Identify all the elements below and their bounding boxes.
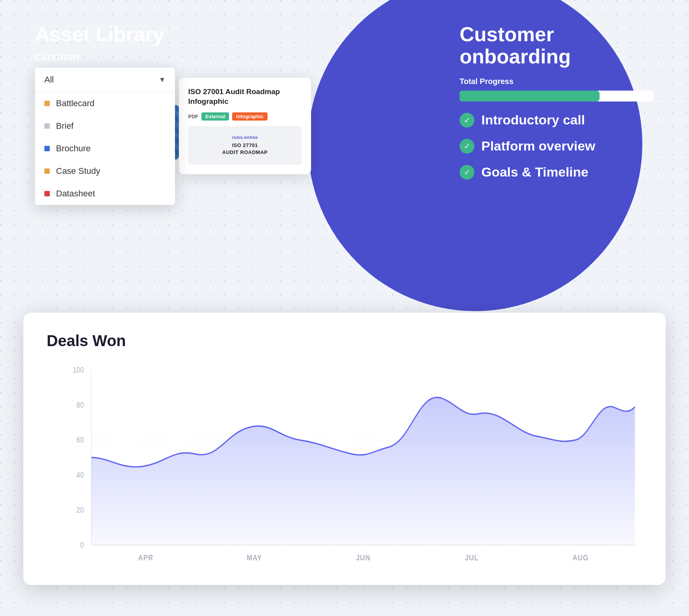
brief-label: Brief <box>56 121 73 131</box>
tag-external: External <box>201 112 229 121</box>
svg-text:JUN: JUN <box>356 553 370 562</box>
introductory-call-label: Introductory call <box>481 112 585 128</box>
svg-text:60: 60 <box>77 436 84 444</box>
iso-card-tags: PDF External Infographic <box>188 112 302 121</box>
deals-won-panel: Deals Won 100 80 60 40 <box>23 313 666 585</box>
svg-text:0: 0 <box>80 541 84 550</box>
check-icon-goals: ✓ <box>460 165 474 180</box>
onboarding-item-introductory: ✓ Introductory call <box>460 112 654 128</box>
goals-timeline-label: Goals & Timeline <box>481 164 588 180</box>
dropdown-item-brochure[interactable]: Brochure <box>35 137 175 160</box>
asset-library-panel: Asset Library CATEGORY All ▼ Battlecard … <box>35 23 175 205</box>
iso-card-preview: isms.online ISO 27701AUDIT ROADMAP <box>188 126 302 165</box>
progress-bar-fill <box>460 91 600 102</box>
battlecard-dot <box>44 101 50 106</box>
svg-text:AUG: AUG <box>572 553 588 562</box>
deals-won-title: Deals Won <box>47 332 642 350</box>
svg-text:80: 80 <box>77 401 84 410</box>
svg-text:40: 40 <box>77 471 84 480</box>
dropdown-item-case-study[interactable]: Case Study <box>35 160 175 182</box>
deals-won-chart: 100 80 60 40 20 0 APR MAY JUN JUL AUG <box>47 361 642 571</box>
case-study-dot <box>44 168 50 174</box>
brochure-label: Brochure <box>56 144 91 154</box>
dropdown-item-datasheet[interactable]: Datasheet <box>35 182 175 205</box>
chart-svg: 100 80 60 40 20 0 APR MAY JUN JUL AUG <box>47 361 642 571</box>
chevron-down-icon: ▼ <box>159 76 166 84</box>
svg-text:20: 20 <box>77 506 84 514</box>
check-icon-platform: ✓ <box>460 139 474 154</box>
iso-audit-card: ISO 27001 Audit Roadmap Infographic PDF … <box>179 78 311 174</box>
datasheet-label: Datasheet <box>56 189 95 199</box>
chart-area-fill <box>91 397 635 545</box>
svg-text:APR: APR <box>138 553 153 562</box>
tag-infographic: Infographic <box>232 112 268 121</box>
category-label: CATEGORY <box>35 53 175 62</box>
iso-logo-text: isms.online <box>232 135 258 140</box>
dropdown-item-battlecard[interactable]: Battlecard <box>35 92 175 115</box>
dropdown-item-brief[interactable]: Brief <box>35 115 175 137</box>
onboarding-title: Customer onboarding <box>460 23 654 68</box>
svg-text:MAY: MAY <box>247 553 262 562</box>
progress-label: Total Progress <box>460 77 654 86</box>
customer-onboarding-panel: Customer onboarding Total Progress ✓ Int… <box>460 23 654 191</box>
tag-pdf: PDF <box>188 114 198 119</box>
dropdown-selected-value: All <box>44 75 54 85</box>
iso-card-title: ISO 27001 Audit Roadmap Infographic <box>188 87 302 106</box>
iso-preview-text: ISO 27701AUDIT ROADMAP <box>222 142 268 156</box>
brief-dot <box>44 123 50 129</box>
svg-text:JUL: JUL <box>465 553 479 562</box>
datasheet-dot <box>44 191 50 196</box>
dropdown-header[interactable]: All ▼ <box>35 68 175 92</box>
onboarding-item-goals: ✓ Goals & Timeline <box>460 164 654 180</box>
platform-overview-label: Platform overview <box>481 138 595 154</box>
onboarding-item-platform: ✓ Platform overview <box>460 138 654 154</box>
check-icon-introductory: ✓ <box>460 113 474 128</box>
svg-text:100: 100 <box>73 366 84 374</box>
brochure-dot <box>44 146 50 151</box>
case-study-label: Case Study <box>56 166 100 176</box>
progress-bar-container <box>460 91 654 102</box>
battlecard-label: Battlecard <box>56 98 94 108</box>
category-dropdown-panel: All ▼ Battlecard Brief Brochure Case Stu… <box>35 68 175 205</box>
asset-library-title: Asset Library <box>35 23 175 46</box>
